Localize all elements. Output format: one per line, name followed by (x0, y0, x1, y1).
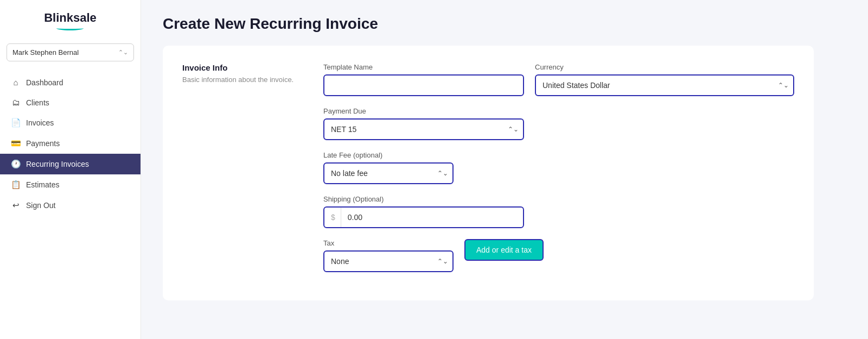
logo-area: Blinksale (0, 0, 141, 39)
home-icon: ⌂ (11, 78, 21, 87)
sidebar-item-payments[interactable]: 💳 Payments (0, 133, 141, 154)
form-fields: Template Name Currency United States Dol… (323, 63, 794, 283)
tax-select-wrapper: None Custom ⌃⌄ (323, 250, 454, 272)
late-fee-group: Late Fee (optional) No late fee 1% 1.5% … (323, 151, 454, 184)
sidebar-item-label: Recurring Invoices (26, 160, 89, 168)
recurring-icon: 🕐 (11, 159, 21, 169)
tax-group: Tax None Custom ⌃⌄ (323, 239, 454, 272)
currency-label: Currency (535, 63, 794, 71)
invoices-icon: 📄 (11, 118, 21, 128)
payment-due-select-wrapper: NET 15 NET 30 NET 60 Due on Receipt ⌃⌄ (323, 118, 524, 140)
sidebar-item-label: Invoices (26, 118, 54, 127)
sidebar-item-dashboard[interactable]: ⌂ Dashboard (0, 72, 141, 92)
main-content: Create New Recurring Invoice Invoice Inf… (141, 0, 868, 339)
template-name-group: Template Name (323, 63, 524, 96)
currency-select[interactable]: United States Dollar Euro British Pound … (535, 74, 794, 96)
sign-out-icon: ↩ (11, 200, 21, 210)
sidebar-item-invoices[interactable]: 📄 Invoices (0, 112, 141, 133)
sidebar-item-sign-out[interactable]: ↩ Sign Out (0, 195, 141, 216)
sidebar-item-label: Estimates (26, 180, 59, 189)
estimates-icon: 📋 (11, 180, 21, 190)
logo-arc (56, 26, 84, 30)
payments-icon: 💳 (11, 139, 21, 148)
currency-select-wrapper: United States Dollar Euro British Pound … (535, 74, 794, 96)
shipping-group: Shipping (Optional) $ (323, 195, 524, 228)
shipping-label: Shipping (Optional) (323, 195, 524, 203)
shipping-input-wrapper: $ (323, 206, 524, 228)
form-info-sidebar: Invoice Info Basic information about the… (182, 63, 302, 283)
tax-select[interactable]: None Custom (323, 250, 454, 272)
clients-icon: 🗂 (11, 98, 21, 107)
row-late-fee: Late Fee (optional) No late fee 1% 1.5% … (323, 151, 794, 184)
row-template-currency: Template Name Currency United States Dol… (323, 63, 794, 96)
add-edit-tax-button[interactable]: Add or edit a tax (464, 239, 544, 261)
sidebar-item-label: Dashboard (26, 78, 63, 87)
sidebar-item-recurring-invoices[interactable]: 🕐 Recurring Invoices (0, 154, 141, 174)
user-name: Mark Stephen Bernal (12, 48, 79, 56)
form-layout: Invoice Info Basic information about the… (182, 63, 794, 283)
sidebar-item-label: Sign Out (26, 201, 55, 210)
section-title: Invoice Info (182, 63, 302, 72)
payment-due-group: Payment Due NET 15 NET 30 NET 60 Due on … (323, 107, 524, 140)
logo-text: Blinksale (44, 11, 97, 25)
form-container: Invoice Info Basic information about the… (163, 46, 814, 300)
payment-due-select[interactable]: NET 15 NET 30 NET 60 Due on Receipt (323, 118, 524, 140)
add-tax-button-group: Add or edit a tax (464, 239, 544, 272)
shipping-dollar-icon: $ (324, 208, 341, 227)
late-fee-select[interactable]: No late fee 1% 1.5% 2% Custom (323, 162, 454, 184)
page-title: Create New Recurring Invoice (163, 15, 846, 33)
nav-list: ⌂ Dashboard 🗂 Clients 📄 Invoices 💳 Payme… (0, 70, 141, 218)
sidebar-item-clients[interactable]: 🗂 Clients (0, 92, 141, 112)
payment-due-label: Payment Due (323, 107, 524, 115)
shipping-input[interactable] (341, 208, 523, 227)
row-tax: Tax None Custom ⌃⌄ Add or edit a tax (323, 239, 794, 272)
user-selector[interactable]: Mark Stephen Bernal ⌃⌄ (7, 43, 134, 61)
sidebar-item-label: Clients (26, 98, 49, 107)
late-fee-label: Late Fee (optional) (323, 151, 454, 159)
user-chevron-icon: ⌃⌄ (118, 49, 128, 56)
sidebar: Blinksale Mark Stephen Bernal ⌃⌄ ⌂ Dashb… (0, 0, 141, 339)
currency-group: Currency United States Dollar Euro Briti… (535, 63, 794, 96)
late-fee-select-wrapper: No late fee 1% 1.5% 2% Custom ⌃⌄ (323, 162, 454, 184)
template-name-label: Template Name (323, 63, 524, 71)
row-payment-due: Payment Due NET 15 NET 30 NET 60 Due on … (323, 107, 794, 140)
sidebar-item-label: Payments (26, 139, 60, 148)
tax-label: Tax (323, 239, 454, 247)
section-description: Basic information about the invoice. (182, 76, 302, 84)
template-name-input[interactable] (323, 74, 524, 96)
row-shipping: Shipping (Optional) $ (323, 195, 794, 228)
sidebar-item-estimates[interactable]: 📋 Estimates (0, 174, 141, 195)
